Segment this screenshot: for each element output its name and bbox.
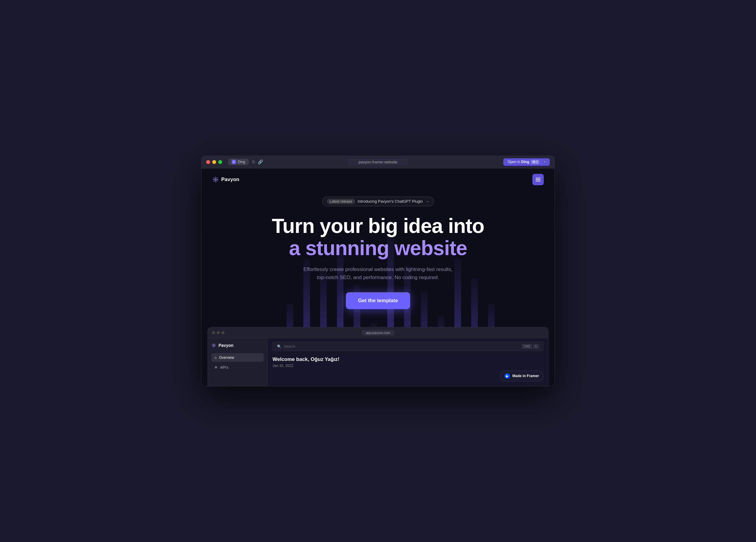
sidebar-item-apis[interactable]: ✳ API's [211, 363, 264, 372]
menu-button[interactable] [532, 174, 544, 185]
browser-tab[interactable]: D Ding [228, 159, 249, 165]
svg-line-8 [217, 177, 218, 178]
maximize-button[interactable] [218, 160, 222, 164]
app-maximize-dot [222, 331, 225, 334]
search-shortcuts: CMD K [522, 344, 539, 349]
link-icon[interactable]: 🔗 [258, 159, 263, 164]
open-in-text: Open in Ding [507, 160, 529, 164]
app-preview-window: app.pavyon.com [207, 327, 549, 386]
k-key: K [533, 344, 539, 349]
svg-line-17 [215, 344, 215, 345]
site-nav: Pavyon [201, 168, 555, 191]
close-button[interactable] [206, 160, 210, 164]
url-bar[interactable]: pavyon.framer.website [348, 159, 408, 165]
app-traffic-lights [212, 331, 225, 334]
cta-button[interactable]: Get the template [346, 292, 410, 309]
made-in-framer-label: Made in Framer [512, 374, 539, 378]
tab-area: D Ding [228, 159, 249, 165]
framer-icon: ▶ [504, 373, 510, 379]
svg-line-5 [214, 177, 215, 178]
app-body: Pavyon ⌂ Overview ✳ API's 🔍 [208, 338, 548, 386]
main-content: Pavyon Latest release Introducing Pavyon… [201, 168, 555, 386]
app-sidebar: Pavyon ⌂ Overview ✳ API's [208, 338, 268, 386]
hero-title-line2: a stunning website [213, 237, 543, 259]
app-sidebar-logo-text: Pavyon [219, 343, 234, 348]
arrow-icon: → [425, 199, 429, 204]
hamburger-icon [536, 178, 540, 181]
hero-title: Turn your big idea into a stunning websi… [213, 215, 543, 260]
search-placeholder: Search [284, 344, 295, 349]
svg-line-16 [212, 346, 213, 347]
app-close-dot [212, 331, 215, 334]
site-logo: Pavyon [212, 176, 239, 183]
app-sidebar-logo: Pavyon [211, 343, 264, 348]
share-icon[interactable]: ⎘ [252, 159, 255, 164]
tab-label: Ding [238, 160, 245, 164]
site-logo-text: Pavyon [221, 177, 239, 183]
hero-subtitle: Effortlessly create professional website… [300, 265, 456, 281]
welcome-date: Jan 16, 2022 [272, 364, 543, 368]
url-text: pavyon.framer.website [359, 160, 397, 164]
search-left: 🔍 Search [277, 344, 295, 349]
hero-title-line1: Turn your big idea into [213, 215, 543, 237]
app-search-bar[interactable]: 🔍 Search CMD K [272, 342, 543, 351]
mac-window: D Ding pavyon.framer.website ⎘ 🔗 Open in… [201, 156, 555, 387]
logo-icon [212, 176, 219, 183]
title-bar-icons: ⎘ 🔗 [252, 159, 263, 164]
sidebar-overview-label: Overview [219, 356, 234, 360]
traffic-lights [206, 160, 222, 164]
svg-line-7 [214, 180, 215, 181]
open-in-button[interactable]: Open in Ding ⌘O ▾ [503, 158, 550, 166]
shortcut-badge: ⌘O [531, 160, 539, 164]
announcement-text: Introducing Pavyon's ChatGPT Plugin [358, 199, 423, 204]
minimize-button[interactable] [212, 160, 216, 164]
search-icon: 🔍 [277, 344, 281, 349]
api-icon: ✳ [214, 365, 218, 370]
made-in-framer-badge: ▶ Made in Framer [500, 371, 543, 381]
svg-line-14 [212, 344, 213, 345]
tab-favicon: D [232, 160, 236, 164]
sidebar-apis-label: API's [220, 365, 228, 370]
app-url-text: app.pavyon.com [366, 331, 390, 335]
announcement-badge[interactable]: Latest release Introducing Pavyon's Chat… [322, 197, 434, 206]
cmd-key: CMD [522, 344, 532, 349]
app-url-bar: app.pavyon.com [362, 330, 394, 335]
app-minimize-dot [217, 331, 220, 334]
home-icon: ⌂ [214, 355, 217, 360]
svg-line-15 [215, 346, 215, 347]
app-logo-icon [211, 343, 216, 348]
svg-point-0 [215, 179, 216, 180]
svg-line-6 [217, 180, 218, 181]
title-bar: D Ding pavyon.framer.website ⎘ 🔗 Open in… [201, 156, 555, 168]
badge-label: Latest release [327, 199, 355, 204]
svg-point-9 [213, 345, 214, 346]
welcome-message: Welcome back, Oğuz Yağız! [272, 356, 543, 362]
dropdown-arrow-icon[interactable]: ▾ [541, 160, 546, 164]
hero-section: Latest release Introducing Pavyon's Chat… [201, 191, 555, 327]
app-title-bar: app.pavyon.com [208, 327, 548, 338]
sidebar-item-overview[interactable]: ⌂ Overview [211, 353, 264, 362]
